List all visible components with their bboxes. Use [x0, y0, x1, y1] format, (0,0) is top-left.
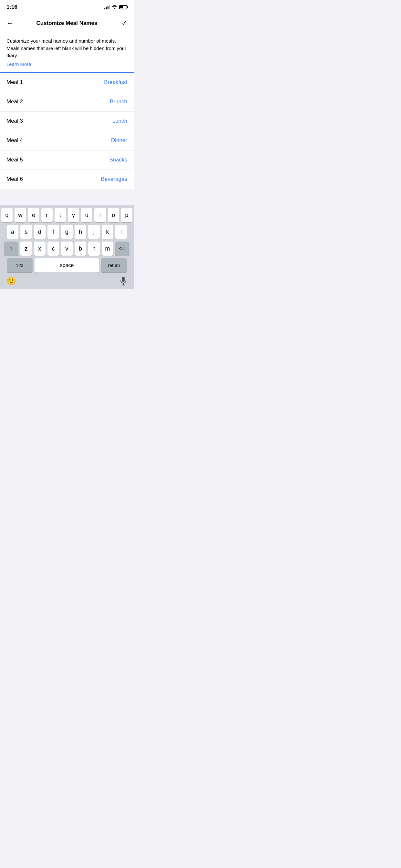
- page-title: Customize Meal Names: [19, 20, 114, 27]
- meal-label-1: Meal 1: [6, 79, 23, 86]
- meal-list: Meal 1 Breakfast Meal 2 Brunch Meal 3 Lu…: [0, 73, 134, 189]
- keyboard-row-2: a s d f g h j k l: [1, 225, 132, 239]
- keyboard-bottom: 🙂: [1, 275, 132, 288]
- meal-row-2[interactable]: Meal 2 Brunch: [0, 92, 134, 112]
- key-w[interactable]: w: [14, 208, 26, 222]
- key-p[interactable]: p: [121, 208, 132, 222]
- key-c[interactable]: c: [48, 242, 59, 256]
- description-text: Customize your meal names and number of …: [6, 37, 127, 59]
- meal-row-6[interactable]: Meal 6 Beverages: [0, 170, 134, 189]
- key-d[interactable]: d: [34, 225, 45, 239]
- key-h[interactable]: h: [74, 225, 86, 239]
- meal-value-3: Lunch: [112, 118, 127, 124]
- emoji-button[interactable]: 🙂: [6, 276, 16, 285]
- meal-label-4: Meal 4: [6, 137, 23, 144]
- keyboard: q w e r t y u i o p a s d f g h j k l ⇧ …: [0, 206, 134, 289]
- key-o[interactable]: o: [108, 208, 119, 222]
- key-v[interactable]: v: [61, 242, 73, 256]
- wifi-icon: [112, 5, 117, 9]
- key-x[interactable]: x: [34, 242, 45, 256]
- key-t[interactable]: t: [55, 208, 66, 222]
- meal-row-3[interactable]: Meal 3 Lunch: [0, 112, 134, 131]
- key-n[interactable]: n: [88, 242, 100, 256]
- shift-key[interactable]: ⇧: [4, 242, 19, 256]
- back-button[interactable]: ←: [6, 19, 19, 27]
- meal-row-4[interactable]: Meal 4 Dinner: [0, 131, 134, 151]
- key-e[interactable]: e: [28, 208, 39, 222]
- keyboard-row-1: q w e r t y u i o p: [1, 208, 132, 222]
- status-bar: 1:16: [0, 0, 134, 14]
- key-m[interactable]: m: [102, 242, 113, 256]
- meal-label-3: Meal 3: [6, 118, 23, 124]
- meal-value-6: Beverages: [101, 176, 127, 182]
- svg-rect-0: [122, 277, 125, 282]
- meal-label-2: Meal 2: [6, 98, 23, 105]
- meal-row-5[interactable]: Meal 5 Snacks: [0, 151, 134, 170]
- key-z[interactable]: z: [20, 242, 32, 256]
- keyboard-row-3: ⇧ z x c v b n m ⌫: [1, 242, 132, 256]
- check-button[interactable]: ✓: [114, 19, 127, 27]
- keyboard-row-4: 123 space return: [1, 258, 132, 273]
- key-l[interactable]: l: [115, 225, 127, 239]
- key-a[interactable]: a: [7, 225, 19, 239]
- mic-icon[interactable]: [120, 276, 127, 285]
- delete-key[interactable]: ⌫: [115, 242, 129, 256]
- key-y[interactable]: y: [68, 208, 79, 222]
- key-k[interactable]: k: [102, 225, 113, 239]
- nav-bar: ← Customize Meal Names ✓: [0, 14, 134, 32]
- key-s[interactable]: s: [20, 225, 32, 239]
- learn-more-link[interactable]: Learn More: [6, 61, 31, 67]
- status-icons: [104, 5, 127, 9]
- description-box: Customize your meal names and number of …: [0, 32, 134, 73]
- numbers-key[interactable]: 123: [7, 258, 33, 273]
- page-wrapper: 1:16 ← Customize Meal Names ✓ Customize …: [0, 0, 134, 289]
- key-q[interactable]: q: [1, 208, 12, 222]
- meal-label-5: Meal 5: [6, 157, 23, 163]
- key-i[interactable]: i: [94, 208, 105, 222]
- key-b[interactable]: b: [74, 242, 86, 256]
- space-key[interactable]: space: [35, 258, 99, 273]
- meal-row-1[interactable]: Meal 1 Breakfast: [0, 73, 134, 92]
- key-g[interactable]: g: [61, 225, 73, 239]
- meal-value-2: Brunch: [110, 98, 127, 105]
- return-key[interactable]: return: [101, 258, 127, 273]
- status-time: 1:16: [6, 4, 18, 10]
- key-r[interactable]: r: [41, 208, 53, 222]
- meal-value-5: Snacks: [109, 157, 127, 163]
- battery-icon: [119, 5, 127, 9]
- meal-value-4: Dinner: [111, 137, 127, 144]
- key-u[interactable]: u: [81, 208, 92, 222]
- meal-label-6: Meal 6: [6, 176, 23, 182]
- key-f[interactable]: f: [48, 225, 59, 239]
- key-j[interactable]: j: [88, 225, 100, 239]
- signal-icon: [104, 5, 110, 9]
- meal-value-1: Breakfast: [104, 79, 127, 86]
